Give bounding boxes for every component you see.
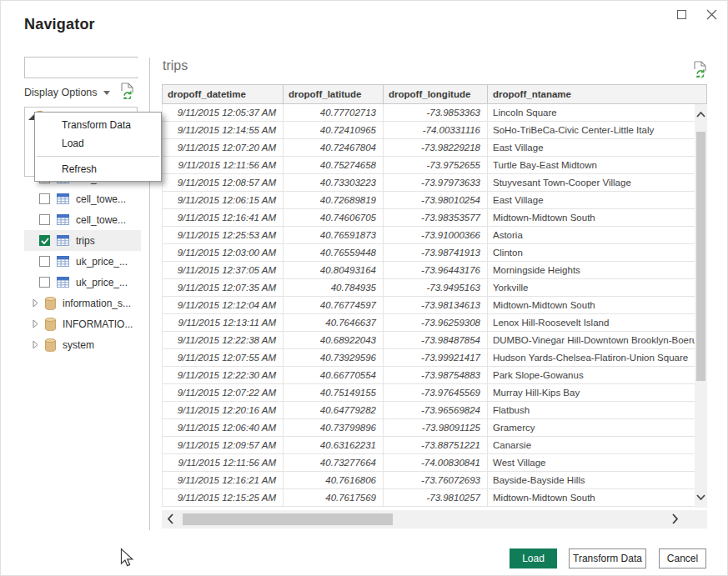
tree-item-label: system xyxy=(63,339,94,351)
cell-dropoff-latitude: 40.73929596 xyxy=(284,349,384,366)
horizontal-scrollbar[interactable] xyxy=(162,510,707,528)
menu-item-transform-data[interactable]: Transform Data xyxy=(35,116,161,134)
chevron-down-icon xyxy=(103,91,110,95)
collapsed-arrow-icon[interactable] xyxy=(33,319,38,328)
table-row[interactable]: 9/11/2015 12:07:22 AM40.75149155-73.9764… xyxy=(162,384,707,402)
cell-dropoff-longitude: -73.98010254 xyxy=(384,192,488,208)
table-icon xyxy=(57,277,69,288)
scroll-left-icon[interactable] xyxy=(167,513,174,525)
table-row[interactable]: 9/11/2015 12:22:38 AM40.68922043-73.9848… xyxy=(162,332,707,349)
table-row[interactable]: 9/11/2015 12:07:20 AM40.72467804-73.9822… xyxy=(162,139,707,157)
cell-dropoff-latitude: 40.76559448 xyxy=(284,244,384,261)
cell-dropoff-longitude: -73.9810257 xyxy=(384,489,488,506)
close-button[interactable] xyxy=(702,6,720,23)
column-header-dropoff-datetime[interactable]: dropoff_datetime xyxy=(163,85,284,103)
load-button[interactable]: Load xyxy=(510,548,557,568)
cell-dropoff-ntaname: East Village xyxy=(488,139,695,156)
vertical-scrollbar[interactable] xyxy=(695,104,707,508)
refresh-preview-button[interactable] xyxy=(693,61,707,81)
horizontal-scroll-thumb[interactable] xyxy=(183,513,393,525)
column-header-dropoff-ntaname[interactable]: dropoff_ntaname xyxy=(488,85,706,103)
mouse-cursor xyxy=(120,548,135,569)
table-row[interactable]: 9/11/2015 12:16:41 AM40.74606705-73.9835… xyxy=(162,209,707,227)
tree-item-information-s[interactable]: information_s... xyxy=(24,293,141,313)
column-header-dropoff-longitude[interactable]: dropoff_longitude xyxy=(384,85,488,103)
table-row[interactable]: 9/11/2015 12:07:35 AM40.784935-73.949516… xyxy=(162,279,707,297)
tree-item-uk-price[interactable]: uk_price_... xyxy=(24,272,141,293)
cell-dropoff-datetime: 9/11/2015 12:12:04 AM xyxy=(163,297,284,313)
tree-item-label: INFORMATIO... xyxy=(63,318,133,330)
table-row[interactable]: 9/11/2015 12:12:04 AM40.76774597-73.9813… xyxy=(162,297,707,314)
tree-item-cell-towe[interactable]: cell_towe... xyxy=(24,209,141,230)
maximize-button[interactable] xyxy=(672,6,690,23)
table-row[interactable]: 9/11/2015 12:09:57 AM40.63162231-73.8875… xyxy=(162,437,707,454)
checkbox[interactable] xyxy=(39,235,50,246)
table-row[interactable]: 9/11/2015 12:14:55 AM40.72410965-74.0033… xyxy=(162,122,707,139)
cell-dropoff-latitude: 40.72689819 xyxy=(284,192,384,208)
menu-item-refresh[interactable]: Refresh xyxy=(35,160,161,178)
collapsed-arrow-icon[interactable] xyxy=(33,340,38,349)
refresh-document-icon xyxy=(120,83,134,99)
table-row[interactable]: 9/11/2015 12:11:56 AM40.75274658-73.9752… xyxy=(162,157,707,174)
table-row[interactable]: 9/11/2015 12:06:40 AM40.73799896-73.9809… xyxy=(162,419,707,437)
table-row[interactable]: 9/11/2015 12:20:16 AM40.64779282-73.9656… xyxy=(162,402,707,419)
search-input[interactable] xyxy=(25,58,161,77)
cell-dropoff-longitude: -73.9752655 xyxy=(384,157,488,173)
cell-dropoff-datetime: 9/11/2015 12:08:57 AM xyxy=(163,174,284,191)
cell-dropoff-latitude: 40.7646637 xyxy=(284,314,384,331)
table-row[interactable]: 9/11/2015 12:22:30 AM40.66770554-73.9875… xyxy=(162,367,707,384)
scroll-up-icon[interactable] xyxy=(695,111,706,118)
menu-separator xyxy=(37,156,159,157)
vertical-scroll-thumb[interactable] xyxy=(696,132,705,381)
display-options-dropdown[interactable]: Display Options xyxy=(24,87,110,98)
cell-dropoff-longitude: -73.9495163 xyxy=(384,279,488,296)
table-row[interactable]: 9/11/2015 12:06:15 AM40.72689819-73.9801… xyxy=(162,192,707,209)
cell-dropoff-ntaname: DUMBO-Vinegar Hill-Downtown Brooklyn-Boe… xyxy=(488,332,695,348)
table-row[interactable]: 9/11/2015 12:13:11 AM40.7646637-73.96259… xyxy=(162,314,707,332)
table-row[interactable]: 9/11/2015 12:08:57 AM40.73303223-73.9797… xyxy=(162,174,707,192)
tree-item-informatio[interactable]: INFORMATIO... xyxy=(24,313,141,334)
checkbox[interactable] xyxy=(39,277,50,288)
tree-item-uk-price[interactable]: uk_price_... xyxy=(24,251,141,272)
tree-item-trips[interactable]: trips xyxy=(24,230,141,251)
cell-dropoff-latitude: 40.784935 xyxy=(284,279,384,296)
cell-dropoff-ntaname: Yorkville xyxy=(488,279,695,296)
checkbox[interactable] xyxy=(39,256,50,267)
cell-dropoff-latitude: 40.64779282 xyxy=(284,402,384,418)
table-row[interactable]: 9/11/2015 12:25:53 AM40.76591873-73.9100… xyxy=(162,227,707,244)
column-header-dropoff-latitude[interactable]: dropoff_latitude xyxy=(284,85,384,103)
table-row[interactable]: 9/11/2015 12:16:21 AM40.7616806-73.76072… xyxy=(162,472,707,489)
cancel-button[interactable]: Cancel xyxy=(659,548,706,568)
checkbox[interactable] xyxy=(39,193,50,204)
scroll-right-icon[interactable] xyxy=(671,513,679,525)
table-row[interactable]: 9/11/2015 12:03:00 AM40.76559448-73.9874… xyxy=(162,244,707,262)
cell-dropoff-ntaname: Astoria xyxy=(488,227,695,243)
cell-dropoff-longitude: -73.99921417 xyxy=(384,349,488,366)
checkbox[interactable] xyxy=(39,214,50,225)
table-row[interactable]: 9/11/2015 12:05:37 AM40.77702713-73.9853… xyxy=(162,104,707,122)
cell-dropoff-longitude: -74.00331116 xyxy=(384,122,488,138)
tree-item-system[interactable]: system xyxy=(24,334,141,355)
table-header-row: dropoff_datetime dropoff_latitude dropof… xyxy=(162,84,707,104)
table-row[interactable]: 9/11/2015 12:37:05 AM40.80493164-73.9644… xyxy=(162,262,707,279)
cell-dropoff-datetime: 9/11/2015 12:11:56 AM xyxy=(163,157,284,173)
tree-item-cell-towe[interactable]: cell_towe... xyxy=(24,188,141,209)
refresh-list-button[interactable] xyxy=(120,83,134,103)
collapsed-arrow-icon[interactable] xyxy=(33,298,38,308)
cell-dropoff-longitude: -73.97973633 xyxy=(384,174,488,191)
database-icon xyxy=(45,318,56,331)
page-title: Navigator xyxy=(24,16,95,33)
tree-item-label: uk_price_... xyxy=(76,256,128,268)
cell-dropoff-ntaname: Stuyvesant Town-Cooper Village xyxy=(488,174,695,191)
tree-list: cell_towe...cell_towe...cell_towe...trip… xyxy=(24,168,141,355)
table-row[interactable]: 9/11/2015 12:07:55 AM40.73929596-73.9992… xyxy=(162,349,707,367)
transform-data-button[interactable]: Transform Data xyxy=(569,548,646,568)
scroll-down-icon[interactable] xyxy=(695,493,706,501)
table-row[interactable]: 9/11/2015 12:11:56 AM40.73277664-74.0083… xyxy=(162,454,707,472)
table-row[interactable]: 9/11/2015 12:15:25 AM40.7617569-73.98102… xyxy=(162,489,707,507)
table-icon xyxy=(57,214,69,225)
cell-dropoff-ntaname: Midtown-Midtown South xyxy=(488,489,695,506)
cell-dropoff-ntaname: Park Slope-Gowanus xyxy=(488,367,695,383)
cell-dropoff-datetime: 9/11/2015 12:25:53 AM xyxy=(163,227,284,243)
menu-item-load[interactable]: Load xyxy=(35,134,161,153)
